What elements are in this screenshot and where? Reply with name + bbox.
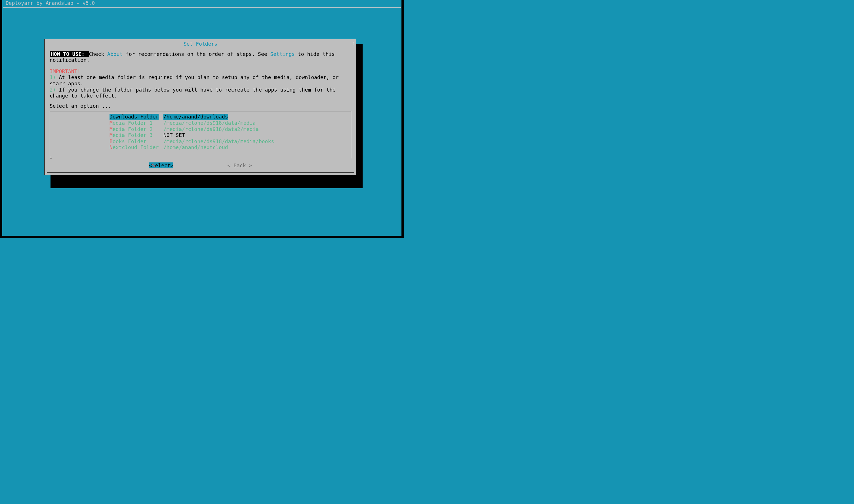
note-1: 1) At least one media folder is required… bbox=[50, 74, 351, 87]
about-link[interactable]: About bbox=[107, 51, 123, 57]
menu-item[interactable]: Media Folder 3NOT SET bbox=[50, 132, 351, 138]
note-2: 2) If you change the folder paths below … bbox=[50, 87, 351, 99]
menu-item-label: Media Folder 2 bbox=[109, 126, 163, 132]
menu-item-label: Media Folder 3 bbox=[109, 132, 163, 138]
dialog-title: Set Folders bbox=[50, 41, 351, 47]
menu-item-label: Books Folder bbox=[109, 138, 163, 145]
menu-item[interactable]: Downloads Folder/home/anand/downloads bbox=[50, 114, 351, 120]
app-title: Deployarr by AnandsLab - v5.0 bbox=[3, 0, 401, 8]
menu-item[interactable]: Media Folder 1/media/rclone/ds918/data/m… bbox=[50, 120, 351, 126]
settings-link[interactable]: Settings bbox=[270, 51, 295, 57]
menu-item-label: Nextcloud Folder bbox=[109, 144, 163, 150]
terminal-screen: Deployarr by AnandsLab - v5.0 Set Folder… bbox=[0, 0, 404, 238]
menu-item-value: /media/rclone/ds918/data2/media bbox=[163, 126, 259, 132]
menu-item[interactable]: Books Folder/media/rclone/ds918/data/med… bbox=[50, 138, 351, 145]
menu-item[interactable]: Media Folder 2/media/rclone/ds918/data2/… bbox=[50, 126, 351, 132]
menu-item-value: /home/anand/nextcloud bbox=[163, 144, 228, 150]
select-prompt: Select an option ... bbox=[50, 103, 351, 109]
menu-item-value: NOT SET bbox=[163, 132, 185, 138]
folder-menu: Downloads Folder/home/anand/downloadsMed… bbox=[50, 111, 351, 159]
menu-item-value: /media/rclone/ds918/data/media/books bbox=[163, 138, 274, 145]
set-folders-dialog: Set Folders HOW TO USE: Check About for … bbox=[44, 39, 356, 175]
select-button[interactable]: <Select> bbox=[149, 162, 174, 169]
menu-item-label: Downloads Folder bbox=[109, 114, 163, 120]
menu-item-value: /home/anand/downloads bbox=[163, 114, 228, 120]
how-to-use-notice: HOW TO USE: Check About for recommendati… bbox=[50, 51, 351, 63]
menu-item[interactable]: Nextcloud Folder/home/anand/nextcloud bbox=[50, 144, 351, 150]
dialog-buttons: <Select> < Back > bbox=[50, 162, 351, 169]
important-heading: IMPORTANT! bbox=[50, 68, 351, 75]
how-to-use-label: HOW TO USE: bbox=[50, 51, 89, 57]
menu-item-value: /media/rclone/ds918/data/media bbox=[163, 120, 256, 126]
menu-item-label: Media Folder 1 bbox=[109, 120, 163, 126]
back-button[interactable]: < Back > bbox=[227, 162, 252, 169]
